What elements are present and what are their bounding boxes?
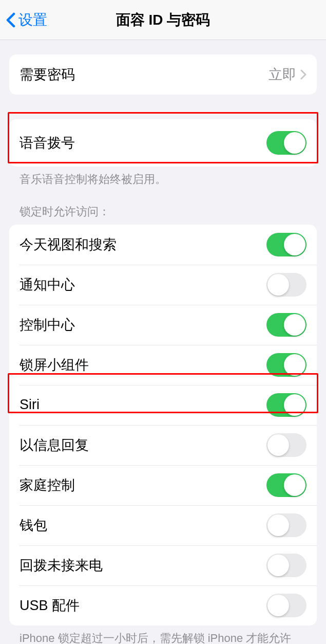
navigation-bar: 设置 面容 ID 与密码 xyxy=(0,0,326,40)
lock-access-row: 通知中心 xyxy=(9,265,317,305)
lock-access-row: 今天视图和搜索 xyxy=(9,225,317,265)
lock-access-switch[interactable] xyxy=(266,433,306,457)
lock-access-switch[interactable] xyxy=(266,513,306,537)
voice-dial-footer: 音乐语音控制将始终被启用。 xyxy=(9,167,317,188)
lock-access-label: 控制中心 xyxy=(20,316,75,334)
lock-access-row: 以信息回复 xyxy=(9,425,317,465)
lock-access-row: 钱包 xyxy=(9,505,317,545)
lock-access-footer: iPhone 锁定超过一小时后，需先解锁 iPhone 才能允许 USB 配件连… xyxy=(9,625,317,644)
lock-access-switch[interactable] xyxy=(266,313,306,337)
lock-access-label: Siri xyxy=(20,397,40,413)
lock-access-list: 今天视图和搜索通知中心控制中心锁屏小组件Siri以信息回复家庭控制钱包回拨未接来… xyxy=(9,225,317,625)
voice-dial-switch[interactable] xyxy=(266,131,306,155)
require-passcode-value: 立即 xyxy=(269,65,296,84)
require-passcode-label: 需要密码 xyxy=(20,65,75,84)
lock-access-label: 锁屏小组件 xyxy=(20,356,89,374)
lock-access-label: 今天视图和搜索 xyxy=(20,235,117,254)
lock-access-row: 回拨未接来电 xyxy=(9,545,317,585)
lock-access-row: 锁屏小组件 xyxy=(9,345,317,385)
chevron-left-icon xyxy=(6,12,15,28)
back-button[interactable]: 设置 xyxy=(6,10,47,30)
back-label: 设置 xyxy=(18,10,47,30)
lock-access-label: 家庭控制 xyxy=(20,476,75,494)
lock-access-label: 以信息回复 xyxy=(20,436,89,454)
voice-dial-label: 语音拨号 xyxy=(20,134,75,152)
lock-access-label: USB 配件 xyxy=(20,596,80,615)
page-title: 面容 ID 与密码 xyxy=(116,10,210,30)
lock-access-switch[interactable] xyxy=(266,554,306,577)
lock-access-label: 钱包 xyxy=(20,516,47,535)
lock-access-row: Siri xyxy=(9,385,317,425)
lock-access-switch[interactable] xyxy=(266,353,306,377)
require-passcode-row[interactable]: 需要密码 立即 xyxy=(9,54,317,95)
lock-access-switch[interactable] xyxy=(266,273,306,297)
lock-access-switch[interactable] xyxy=(266,473,306,497)
lock-access-header: 锁定时允许访问： xyxy=(9,204,317,225)
voice-dial-row: 语音拨号 xyxy=(9,119,317,167)
lock-access-label: 通知中心 xyxy=(20,275,75,294)
chevron-right-icon xyxy=(300,69,306,80)
lock-access-row: USB 配件 xyxy=(9,585,317,625)
lock-access-switch[interactable] xyxy=(266,233,306,256)
lock-access-label: 回拨未接来电 xyxy=(20,556,103,575)
lock-access-switch[interactable] xyxy=(266,594,306,617)
lock-access-row: 家庭控制 xyxy=(9,465,317,505)
lock-access-switch[interactable] xyxy=(266,393,306,417)
lock-access-row: 控制中心 xyxy=(9,305,317,345)
